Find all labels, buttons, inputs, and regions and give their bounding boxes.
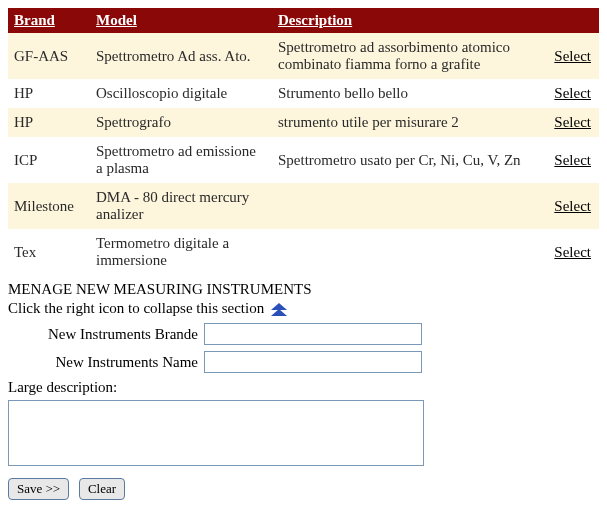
cell-model: DMA - 80 direct mercury analizer — [90, 183, 272, 229]
cell-description: strumento utile per misurare 2 — [272, 108, 548, 137]
svg-marker-0 — [271, 303, 287, 310]
name-label: New Instruments Name — [8, 354, 204, 371]
table-row: ICPSpettrometro ad emissione a plasmaSpe… — [8, 137, 599, 183]
name-input[interactable] — [204, 351, 422, 373]
table-row: MilestoneDMA - 80 direct mercury analize… — [8, 183, 599, 229]
description-textarea[interactable] — [8, 400, 424, 466]
cell-model: Termometro digitale a immersione — [90, 229, 272, 275]
cell-model: Spettrografo — [90, 108, 272, 137]
cell-model: Spettrometro Ad ass. Ato. — [90, 33, 272, 79]
table-row: TexTermometro digitale a immersioneSelec… — [8, 229, 599, 275]
cell-description — [272, 229, 548, 275]
cell-brand: HP — [8, 79, 90, 108]
col-model[interactable]: Model — [90, 8, 272, 33]
section-title: MENAGE NEW MEASURING INSTRUMENTS — [8, 281, 599, 298]
save-button[interactable]: Save >> — [8, 478, 69, 500]
col-description[interactable]: Description — [272, 8, 548, 33]
collapse-hint: Click the right icon to collapse this se… — [8, 300, 264, 316]
col-brand[interactable]: Brand — [8, 8, 90, 33]
collapse-up-icon[interactable] — [270, 303, 288, 317]
cell-model: Spettrometro ad emissione a plasma — [90, 137, 272, 183]
cell-select: Select — [548, 108, 599, 137]
col-select — [548, 8, 599, 33]
description-label: Large description: — [8, 379, 599, 396]
clear-button[interactable]: Clear — [79, 478, 125, 500]
cell-brand: Tex — [8, 229, 90, 275]
cell-select: Select — [548, 79, 599, 108]
cell-brand: ICP — [8, 137, 90, 183]
cell-description: Strumento bello bello — [272, 79, 548, 108]
cell-model: Oscilloscopio digitale — [90, 79, 272, 108]
table-row: GF-AASSpettrometro Ad ass. Ato.Spettrome… — [8, 33, 599, 79]
cell-select: Select — [548, 229, 599, 275]
select-link[interactable]: Select — [554, 48, 591, 64]
table-row: HPOscilloscopio digitaleStrumento bello … — [8, 79, 599, 108]
cell-brand: Milestone — [8, 183, 90, 229]
cell-description: Spettrometro usato per Cr, Ni, Cu, V, Zn — [272, 137, 548, 183]
brand-input[interactable] — [204, 323, 422, 345]
brand-label: New Instruments Brande — [8, 326, 204, 343]
select-link[interactable]: Select — [554, 114, 591, 130]
table-row: HPSpettrografostrumento utile per misura… — [8, 108, 599, 137]
select-link[interactable]: Select — [554, 152, 591, 168]
cell-description — [272, 183, 548, 229]
cell-brand: HP — [8, 108, 90, 137]
cell-select: Select — [548, 137, 599, 183]
cell-brand: GF-AAS — [8, 33, 90, 79]
select-link[interactable]: Select — [554, 198, 591, 214]
select-link[interactable]: Select — [554, 85, 591, 101]
cell-select: Select — [548, 183, 599, 229]
cell-select: Select — [548, 33, 599, 79]
instruments-table: Brand Model Description GF-AASSpettromet… — [8, 8, 599, 275]
svg-marker-1 — [271, 309, 287, 316]
select-link[interactable]: Select — [554, 244, 591, 260]
cell-description: Spettrometro ad assorbimento atomico com… — [272, 33, 548, 79]
